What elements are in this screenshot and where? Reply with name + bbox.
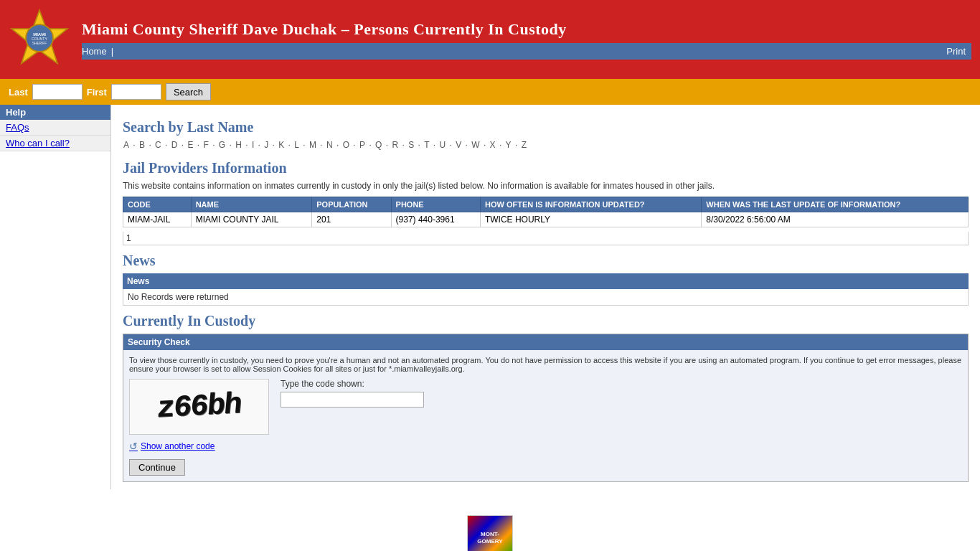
footer: MONT-GOMERY ©2001- 2022 Board of County … xyxy=(0,504,980,551)
page-layout: Help FAQs Who can I call? Search by Last… xyxy=(0,105,980,489)
security-check-box: Security Check To view those currently i… xyxy=(123,334,969,482)
captcha-image: z66bh xyxy=(129,379,269,435)
dot-13: · xyxy=(318,140,325,150)
sidebar-nav: FAQs Who can I call? xyxy=(0,120,110,151)
show-another-code[interactable]: ↺ Show another code xyxy=(129,441,962,452)
table-header-row: CODE NAME POPULATION PHONE HOW OFTEN IS … xyxy=(123,197,969,212)
news-content: No Records were returned xyxy=(123,289,969,306)
sidebar: Help FAQs Who can I call? xyxy=(0,105,111,489)
refresh-icon: ↺ xyxy=(129,441,138,452)
security-text: To view those currently in custody, you … xyxy=(129,356,962,373)
continue-button[interactable]: Continue xyxy=(129,459,185,476)
show-another-link[interactable]: Show another code xyxy=(141,441,215,451)
dot-17: · xyxy=(383,140,390,150)
sidebar-item-who-can-i-call[interactable]: Who can I call? xyxy=(0,136,110,151)
alpha-Y: Y xyxy=(506,140,512,150)
col-last-update: WHEN WAS THE LAST UPDATE OF INFORMATION? xyxy=(702,197,969,212)
last-name-input[interactable] xyxy=(32,84,83,100)
table-cell: MIAM-JAIL xyxy=(123,212,192,227)
table-cell: (937) 440-3961 xyxy=(391,212,480,227)
dot-15: · xyxy=(351,140,358,150)
who-can-i-call-link[interactable]: Who can I call? xyxy=(0,136,110,151)
alpha-F: F xyxy=(203,140,208,150)
alpha-L: L xyxy=(294,140,299,150)
col-phone: PHONE xyxy=(391,197,480,212)
dot-9: · xyxy=(255,140,263,150)
dot-24: · xyxy=(497,140,504,150)
alpha-G: G xyxy=(219,140,225,150)
alpha-X: X xyxy=(490,140,496,150)
dot-7: · xyxy=(227,140,234,150)
dot-11: · xyxy=(286,140,293,150)
dot-10: · xyxy=(270,140,277,150)
security-header: Security Check xyxy=(123,334,968,350)
last-name-label: Last xyxy=(9,87,28,98)
alpha-Z: Z xyxy=(522,140,527,150)
table-cell: 201 xyxy=(312,212,391,227)
captcha-display: z66bh xyxy=(156,387,242,426)
search-by-name-title: Search by Last Name xyxy=(123,119,969,136)
col-population: POPULATION xyxy=(312,197,391,212)
alpha-N: N xyxy=(326,140,333,150)
alpha-S: S xyxy=(408,140,414,150)
print-link[interactable]: Print xyxy=(946,46,966,57)
svg-text:SHERIFF: SHERIFF xyxy=(32,42,47,45)
col-code: CODE xyxy=(123,197,192,212)
dot-20: · xyxy=(431,140,438,150)
captcha-input[interactable] xyxy=(281,392,424,408)
table-cell: MIAMI COUNTY JAIL xyxy=(191,212,312,227)
dot-5: · xyxy=(194,140,202,150)
col-update-freq: HOW OFTEN IS INFORMATION UPDATED? xyxy=(480,197,701,212)
home-link[interactable]: Home xyxy=(82,46,107,57)
alpha-P: P xyxy=(359,140,365,150)
news-title: News xyxy=(123,253,969,269)
security-body: To view those currently in custody, you … xyxy=(123,350,968,481)
dot-2: · xyxy=(146,140,154,150)
col-name: NAME xyxy=(191,197,312,212)
dot-25: · xyxy=(513,140,520,150)
alpha-I: I xyxy=(252,140,254,150)
jail-table-body: MIAM-JAILMIAMI COUNTY JAIL201(937) 440-3… xyxy=(123,212,969,227)
table-row: MIAM-JAILMIAMI COUNTY JAIL201(937) 440-3… xyxy=(123,212,969,227)
alpha-C: C xyxy=(155,140,161,150)
page-title: Miami County Sheriff Dave Duchak – Perso… xyxy=(82,20,971,39)
search-bar: Last First Search xyxy=(0,79,980,105)
alpha-V: V xyxy=(456,140,461,150)
alpha-T: T xyxy=(424,140,429,150)
alpha-E: E xyxy=(187,140,193,150)
header-title-block: Miami County Sheriff Dave Duchak – Perso… xyxy=(73,20,971,60)
dot-3: · xyxy=(163,140,170,150)
alpha-U: U xyxy=(440,140,446,150)
alpha-A: A xyxy=(123,140,129,150)
dot-22: · xyxy=(463,140,470,150)
header: MIAMI COUNTY SHERIFF Miami County Sherif… xyxy=(0,0,980,79)
alpha-W: W xyxy=(471,140,479,150)
montgomery-logo: MONT-GOMERY xyxy=(467,515,513,551)
faqs-link[interactable]: FAQs xyxy=(0,120,110,136)
custody-title: Currently In Custody xyxy=(123,313,969,329)
table-cell: 8/30/2022 6:56:00 AM xyxy=(702,212,969,227)
jail-providers-info: This website contains information on inm… xyxy=(123,181,969,191)
sidebar-item-faqs[interactable]: FAQs xyxy=(0,120,110,136)
dot-1: · xyxy=(131,140,138,150)
dot-19: · xyxy=(415,140,423,150)
first-name-label: First xyxy=(87,87,107,98)
jail-count: 1 xyxy=(123,232,969,245)
svg-text:MIAMI: MIAMI xyxy=(33,32,46,37)
captcha-row: z66bh Type the code shown: xyxy=(129,379,962,435)
alpha-K: K xyxy=(278,140,284,150)
first-name-input[interactable] xyxy=(111,84,161,100)
search-button[interactable]: Search xyxy=(166,83,211,100)
dot-21: · xyxy=(447,140,454,150)
sheriff-badge: MIAMI COUNTY SHERIFF xyxy=(9,7,73,72)
dot-12: · xyxy=(301,140,308,150)
news-section: News No Records were returned xyxy=(123,273,969,306)
main-content: Search by Last Name A · B · C · D · E · … xyxy=(111,105,980,489)
alpha-Q: Q xyxy=(375,140,382,150)
table-cell: TWICE HOURLY xyxy=(480,212,701,227)
dot-16: · xyxy=(367,140,374,150)
captcha-input-section: Type the code shown: xyxy=(281,379,424,408)
alpha-D: D xyxy=(171,140,178,150)
jail-providers-table: CODE NAME POPULATION PHONE HOW OFTEN IS … xyxy=(123,197,969,227)
dot-23: · xyxy=(481,140,489,150)
